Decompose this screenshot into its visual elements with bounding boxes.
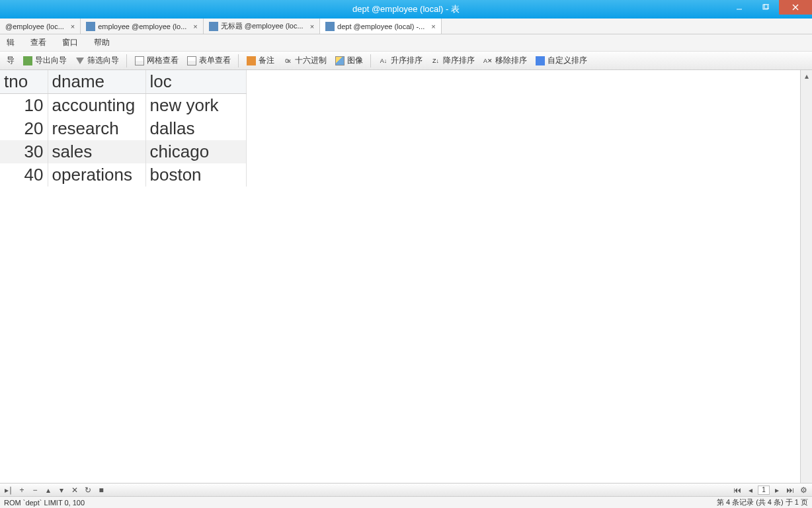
tab-employee-1[interactable]: employee @employee (lo... × — [81, 19, 204, 34]
filter-icon — [75, 56, 85, 66]
cell-dname[interactable]: sales — [48, 140, 145, 163]
content-area: tno dname loc 10 accounting new york 20 … — [0, 70, 812, 483]
table-row[interactable]: 30 sales chicago — [0, 140, 246, 163]
add-record-button[interactable]: + — [16, 485, 28, 495]
menu-view[interactable]: 查看 — [28, 36, 56, 50]
cancel-button[interactable]: ✕ — [69, 485, 81, 495]
sort-asc-button[interactable]: A↓升序排序 — [374, 54, 426, 68]
statusbar: ROM `dept` LIMIT 0, 100 第 4 条记录 (共 4 条) … — [0, 496, 812, 508]
first-page-button[interactable]: ⏮ — [731, 485, 743, 495]
data-table: tno dname loc 10 accounting new york 20 … — [0, 70, 247, 187]
sort-asc-icon: A↓ — [378, 56, 389, 66]
form-icon — [186, 56, 197, 66]
stop-button[interactable]: ■ — [95, 485, 107, 495]
filter-wizard-button[interactable]: 筛选向导 — [71, 54, 123, 68]
image-icon — [335, 56, 345, 66]
menu-window[interactable]: 窗口 — [60, 36, 87, 50]
tab-untitled[interactable]: 无标题 @employee (loc... × — [204, 19, 320, 34]
col-loc[interactable]: loc — [145, 70, 246, 94]
tabs-bar: @employee (loc... × employee @employee (… — [0, 19, 812, 34]
cell-dname[interactable]: accounting — [48, 94, 145, 118]
cell-loc[interactable]: new york — [145, 94, 246, 118]
first-record-button[interactable]: ▸∣ — [3, 485, 15, 495]
page-number: 1 — [758, 486, 770, 495]
separator — [370, 54, 371, 67]
titlebar: dept @employee (local) - 表 — [0, 0, 812, 19]
hex-button[interactable]: 0x十六进制 — [278, 54, 331, 68]
custom-sort-icon — [535, 56, 546, 66]
vertical-scrollbar[interactable]: ▴ — [800, 70, 812, 483]
header-row: tno dname loc — [0, 70, 246, 94]
close-icon[interactable]: × — [193, 22, 197, 30]
sort-desc-button[interactable]: Z↓降序排序 — [426, 54, 479, 68]
remove-sort-icon: A✕ — [483, 56, 493, 66]
status-info: 第 4 条记录 (共 4 条) 于 1 页 — [717, 497, 808, 507]
cell-loc[interactable]: chicago — [145, 140, 246, 163]
menu-help[interactable]: 帮助 — [91, 36, 119, 50]
toolbar: 导 导出向导 筛选向导 网格查看 表单查看 备注 0x十六进制 图像 A↓升序排… — [0, 52, 812, 70]
sort-desc-icon: Z↓ — [430, 56, 441, 66]
cell-loc[interactable]: dallas — [145, 117, 246, 140]
prev-page-button[interactable]: ◂ — [745, 485, 756, 495]
table-icon — [325, 22, 335, 31]
separator — [238, 54, 239, 67]
record-navbar: ▸∣ + − ▴ ▾ ✕ ↻ ■ ⏮ ◂ 1 ▸ ⏭ ⚙ — [0, 483, 812, 496]
menubar: 辑 查看 窗口 帮助 — [0, 34, 812, 52]
table-row[interactable]: 10 accounting new york — [0, 94, 246, 118]
last-page-button[interactable]: ⏭ — [784, 485, 796, 495]
cell-tno[interactable]: 10 — [0, 94, 48, 118]
grid-view-button[interactable]: 网格查看 — [130, 54, 183, 68]
cell-dname[interactable]: research — [48, 117, 145, 140]
cell-tno[interactable]: 40 — [0, 163, 48, 187]
table-row[interactable]: 40 operations boston — [0, 163, 246, 187]
next-page-button[interactable]: ▸ — [771, 485, 783, 495]
separator — [126, 54, 127, 67]
table-icon — [86, 22, 95, 31]
form-view-button[interactable]: 表单查看 — [183, 54, 235, 68]
settings-button[interactable]: ⚙ — [797, 485, 809, 495]
window-title: dept @employee (local) - 表 — [352, 3, 460, 15]
menu-edit[interactable]: 辑 — [4, 36, 24, 50]
tab-employee-0[interactable]: @employee (loc... × — [0, 19, 81, 34]
delete-record-button[interactable]: − — [29, 485, 41, 495]
minimize-button[interactable] — [726, 0, 752, 15]
cell-loc[interactable]: boston — [145, 163, 246, 187]
cell-tno[interactable]: 20 — [0, 117, 48, 140]
note-icon — [246, 56, 257, 66]
maximize-button[interactable] — [752, 0, 779, 15]
close-icon[interactable]: × — [431, 22, 435, 30]
close-icon[interactable]: × — [71, 22, 75, 30]
col-tno[interactable]: tno — [0, 70, 48, 94]
tab-dept[interactable]: dept @employee (local) -... × — [320, 19, 442, 34]
hex-icon: 0x — [282, 56, 293, 66]
table-row[interactable]: 20 research dallas — [0, 117, 246, 140]
grid-icon — [134, 56, 145, 66]
close-icon[interactable]: × — [310, 22, 314, 30]
cell-dname[interactable]: operations — [48, 163, 145, 187]
down-record-button[interactable]: ▾ — [56, 485, 67, 495]
window-controls — [726, 0, 812, 15]
data-grid[interactable]: tno dname loc 10 accounting new york 20 … — [0, 70, 800, 483]
refresh-button[interactable]: ↻ — [82, 485, 94, 495]
close-button[interactable] — [779, 0, 812, 15]
wizard-button[interactable]: 导 — [3, 54, 19, 68]
custom-sort-button[interactable]: 自定义排序 — [531, 54, 591, 68]
remove-sort-button[interactable]: A✕移除排序 — [479, 54, 531, 68]
cell-tno[interactable]: 30 — [0, 140, 48, 163]
status-sql: ROM `dept` LIMIT 0, 100 — [4, 499, 85, 507]
remark-button[interactable]: 备注 — [242, 54, 278, 68]
scroll-up-icon[interactable]: ▴ — [801, 70, 812, 82]
export-wizard-button[interactable]: 导出向导 — [19, 54, 71, 68]
up-record-button[interactable]: ▴ — [42, 485, 54, 495]
image-button[interactable]: 图像 — [331, 54, 367, 68]
col-dname[interactable]: dname — [48, 70, 145, 94]
table-icon — [209, 22, 218, 31]
